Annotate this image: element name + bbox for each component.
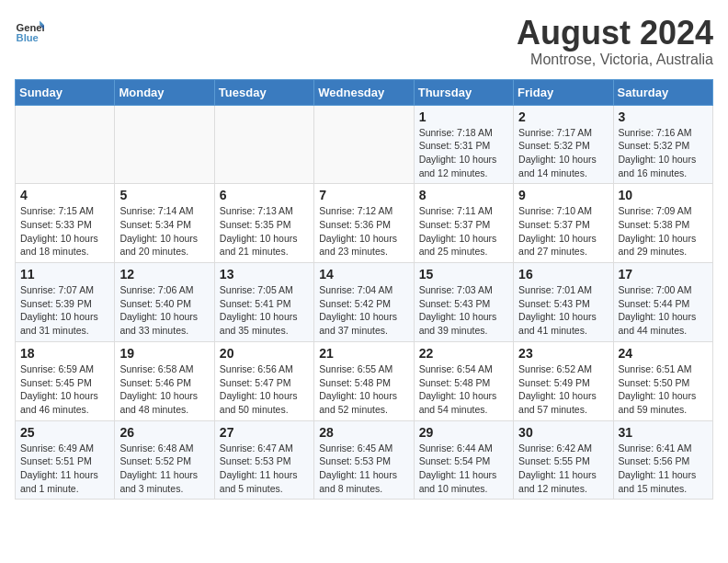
day-info: Sunrise: 7:11 AM Sunset: 5:37 PM Dayligh…	[419, 204, 508, 259]
day-number: 9	[518, 188, 608, 202]
calendar-day-14: 14Sunrise: 7:04 AM Sunset: 5:42 PM Dayli…	[314, 263, 414, 342]
logo-icon: General Blue	[15, 15, 44, 44]
empty-cell	[214, 105, 313, 184]
day-number: 1	[419, 109, 508, 124]
day-number: 13	[220, 267, 309, 282]
day-info: Sunrise: 7:10 AM Sunset: 5:37 PM Dayligh…	[518, 204, 608, 259]
day-info: Sunrise: 6:56 AM Sunset: 5:47 PM Dayligh…	[220, 362, 309, 417]
calendar-day-21: 21Sunrise: 6:55 AM Sunset: 5:48 PM Dayli…	[314, 341, 414, 420]
day-number: 18	[20, 346, 109, 361]
day-number: 7	[319, 188, 408, 202]
calendar-day-8: 8Sunrise: 7:11 AM Sunset: 5:37 PM Daylig…	[414, 184, 513, 263]
calendar-day-30: 30Sunrise: 6:42 AM Sunset: 5:55 PM Dayli…	[514, 420, 613, 500]
day-number: 21	[319, 346, 408, 361]
calendar-day-15: 15Sunrise: 7:03 AM Sunset: 5:43 PM Dayli…	[414, 263, 513, 342]
calendar-day-4: 4Sunrise: 7:15 AM Sunset: 5:33 PM Daylig…	[16, 184, 115, 263]
calendar-week-row: 4Sunrise: 7:15 AM Sunset: 5:33 PM Daylig…	[16, 184, 713, 263]
calendar-day-5: 5Sunrise: 7:14 AM Sunset: 5:34 PM Daylig…	[115, 184, 214, 263]
day-info: Sunrise: 7:01 AM Sunset: 5:43 PM Dayligh…	[518, 283, 608, 338]
calendar-day-31: 31Sunrise: 6:41 AM Sunset: 5:56 PM Dayli…	[613, 420, 712, 500]
day-number: 31	[619, 425, 708, 440]
weekday-header-tuesday: Tuesday	[214, 79, 313, 105]
calendar-day-3: 3Sunrise: 7:16 AM Sunset: 5:32 PM Daylig…	[613, 105, 712, 184]
day-info: Sunrise: 6:49 AM Sunset: 5:51 PM Dayligh…	[20, 442, 109, 496]
weekday-header-wednesday: Wednesday	[314, 79, 414, 105]
day-number: 3	[619, 109, 708, 124]
calendar-day-16: 16Sunrise: 7:01 AM Sunset: 5:43 PM Dayli…	[514, 263, 613, 342]
day-number: 24	[619, 346, 708, 361]
calendar-day-18: 18Sunrise: 6:59 AM Sunset: 5:45 PM Dayli…	[16, 341, 115, 420]
day-info: Sunrise: 7:12 AM Sunset: 5:36 PM Dayligh…	[319, 204, 408, 259]
day-info: Sunrise: 7:15 AM Sunset: 5:33 PM Dayligh…	[20, 204, 109, 259]
empty-cell	[314, 105, 414, 184]
day-info: Sunrise: 7:07 AM Sunset: 5:39 PM Dayligh…	[20, 283, 109, 338]
calendar-day-17: 17Sunrise: 7:00 AM Sunset: 5:44 PM Dayli…	[613, 263, 712, 342]
calendar-day-24: 24Sunrise: 6:51 AM Sunset: 5:50 PM Dayli…	[613, 341, 712, 420]
calendar-day-13: 13Sunrise: 7:05 AM Sunset: 5:41 PM Dayli…	[214, 263, 313, 342]
day-number: 6	[220, 188, 309, 202]
day-info: Sunrise: 7:14 AM Sunset: 5:34 PM Dayligh…	[119, 204, 209, 259]
calendar-day-27: 27Sunrise: 6:47 AM Sunset: 5:53 PM Dayli…	[214, 420, 313, 500]
weekday-header-monday: Monday	[115, 79, 214, 105]
day-number: 11	[20, 267, 109, 282]
day-info: Sunrise: 6:58 AM Sunset: 5:46 PM Dayligh…	[119, 362, 209, 417]
day-number: 10	[619, 188, 708, 202]
day-number: 17	[619, 267, 708, 282]
day-number: 19	[119, 346, 209, 361]
day-info: Sunrise: 7:04 AM Sunset: 5:42 PM Dayligh…	[319, 283, 408, 338]
day-number: 15	[419, 267, 508, 282]
empty-cell	[115, 105, 214, 184]
day-info: Sunrise: 6:48 AM Sunset: 5:52 PM Dayligh…	[119, 442, 209, 496]
header: General Blue August 2024 Montrose, Victo…	[15, 15, 713, 68]
day-info: Sunrise: 6:42 AM Sunset: 5:55 PM Dayligh…	[518, 442, 608, 496]
calendar-day-29: 29Sunrise: 6:44 AM Sunset: 5:54 PM Dayli…	[414, 420, 513, 500]
day-info: Sunrise: 7:05 AM Sunset: 5:41 PM Dayligh…	[220, 283, 309, 338]
day-number: 30	[518, 425, 608, 440]
day-number: 23	[518, 346, 608, 361]
weekday-header-friday: Friday	[514, 79, 613, 105]
day-info: Sunrise: 7:09 AM Sunset: 5:38 PM Dayligh…	[619, 204, 708, 259]
calendar-day-28: 28Sunrise: 6:45 AM Sunset: 5:53 PM Dayli…	[314, 420, 414, 500]
day-info: Sunrise: 6:55 AM Sunset: 5:48 PM Dayligh…	[319, 362, 408, 417]
day-info: Sunrise: 6:51 AM Sunset: 5:50 PM Dayligh…	[619, 362, 708, 417]
svg-text:Blue: Blue	[17, 32, 39, 43]
calendar-day-10: 10Sunrise: 7:09 AM Sunset: 5:38 PM Dayli…	[613, 184, 712, 263]
weekday-header-sunday: Sunday	[16, 79, 115, 105]
weekday-header-thursday: Thursday	[414, 79, 513, 105]
calendar-day-19: 19Sunrise: 6:58 AM Sunset: 5:46 PM Dayli…	[115, 341, 214, 420]
calendar-day-9: 9Sunrise: 7:10 AM Sunset: 5:37 PM Daylig…	[514, 184, 613, 263]
calendar-table: SundayMondayTuesdayWednesdayThursdayFrid…	[15, 79, 713, 500]
day-info: Sunrise: 6:47 AM Sunset: 5:53 PM Dayligh…	[220, 442, 309, 496]
weekday-header-saturday: Saturday	[613, 79, 712, 105]
weekday-header-row: SundayMondayTuesdayWednesdayThursdayFrid…	[16, 79, 713, 105]
day-info: Sunrise: 7:00 AM Sunset: 5:44 PM Dayligh…	[619, 283, 708, 338]
calendar-week-row: 25Sunrise: 6:49 AM Sunset: 5:51 PM Dayli…	[16, 420, 713, 500]
day-info: Sunrise: 7:06 AM Sunset: 5:40 PM Dayligh…	[119, 283, 209, 338]
day-number: 22	[419, 346, 508, 361]
calendar-week-row: 11Sunrise: 7:07 AM Sunset: 5:39 PM Dayli…	[16, 263, 713, 342]
calendar-day-6: 6Sunrise: 7:13 AM Sunset: 5:35 PM Daylig…	[214, 184, 313, 263]
day-info: Sunrise: 7:16 AM Sunset: 5:32 PM Dayligh…	[619, 126, 708, 180]
empty-cell	[16, 105, 115, 184]
location: Montrose, Victoria, Australia	[517, 52, 713, 68]
month-year: August 2024	[517, 15, 713, 52]
calendar-day-12: 12Sunrise: 7:06 AM Sunset: 5:40 PM Dayli…	[115, 263, 214, 342]
calendar-day-20: 20Sunrise: 6:56 AM Sunset: 5:47 PM Dayli…	[214, 341, 313, 420]
day-info: Sunrise: 7:18 AM Sunset: 5:31 PM Dayligh…	[419, 126, 508, 180]
day-number: 29	[419, 425, 508, 440]
day-number: 27	[220, 425, 309, 440]
day-number: 12	[119, 267, 209, 282]
day-number: 14	[319, 267, 408, 282]
day-number: 26	[119, 425, 209, 440]
day-number: 25	[20, 425, 109, 440]
day-number: 5	[119, 188, 209, 202]
logo: General Blue	[15, 15, 44, 44]
calendar-day-22: 22Sunrise: 6:54 AM Sunset: 5:48 PM Dayli…	[414, 341, 513, 420]
day-info: Sunrise: 7:03 AM Sunset: 5:43 PM Dayligh…	[419, 283, 508, 338]
calendar-week-row: 18Sunrise: 6:59 AM Sunset: 5:45 PM Dayli…	[16, 341, 713, 420]
day-info: Sunrise: 6:59 AM Sunset: 5:45 PM Dayligh…	[20, 362, 109, 417]
calendar-day-26: 26Sunrise: 6:48 AM Sunset: 5:52 PM Dayli…	[115, 420, 214, 500]
calendar-day-25: 25Sunrise: 6:49 AM Sunset: 5:51 PM Dayli…	[16, 420, 115, 500]
day-info: Sunrise: 6:52 AM Sunset: 5:49 PM Dayligh…	[518, 362, 608, 417]
day-number: 8	[419, 188, 508, 202]
